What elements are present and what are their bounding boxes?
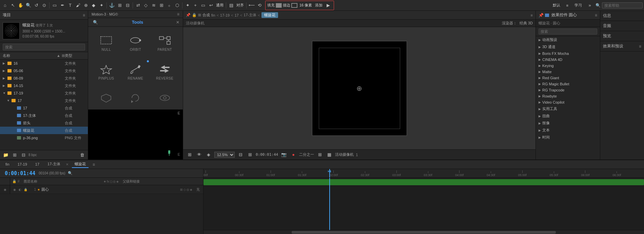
lock-layer-icon[interactable]: 🔒 [23, 187, 28, 192]
fill-swatch[interactable] [276, 3, 282, 8]
effect-category-matte[interactable]: ▶ Matte [536, 69, 600, 75]
cam2-icon[interactable]: ⚓ [108, 2, 116, 9]
undo-icon[interactable]: ↩ [207, 2, 215, 9]
search-input[interactable] [602, 2, 643, 8]
comp-menu-icon[interactable]: ≡ [531, 13, 533, 17]
learn-mode-btn[interactable]: 学习 [572, 2, 584, 8]
default-mode-btn[interactable]: 默认 [551, 2, 562, 8]
effect-category-keying[interactable]: ▶ Keying [536, 63, 600, 69]
tool2-icon[interactable]: ⬦ [165, 2, 173, 9]
info-section-info[interactable]: 信息 [600, 11, 644, 21]
keyframe-icon[interactable]: ◇ [142, 2, 150, 9]
tool-extra-3[interactable] [150, 88, 179, 109]
effect-category-utils[interactable]: ▶ 实用工具 [536, 105, 600, 112]
grid-icon[interactable]: ⊞ [62, 54, 65, 58]
zoom-icon[interactable]: 🔍 [25, 2, 32, 9]
grid-view-icon[interactable]: ⊞ [246, 151, 254, 158]
effect-category-boris[interactable]: ▶ Boris FX Mocha [536, 50, 600, 57]
breadcrumb-main[interactable]: 17-主体 [243, 13, 256, 18]
comp-viewport[interactable]: ⊕ [183, 27, 535, 149]
breadcrumb-active[interactable]: 螺旋花 [261, 12, 278, 18]
rotate-icon[interactable]: ↺ [33, 2, 40, 9]
project-search-input[interactable] [3, 44, 85, 50]
effect-category-rowbyte[interactable]: ▶ Rowbyte [536, 93, 600, 99]
list-item[interactable]: ▶ 14-15 文件夹 [0, 82, 88, 89]
new-folder-icon[interactable]: 📁 [2, 151, 9, 159]
list-item[interactable]: p-36.png PNG 文件 [0, 134, 88, 142]
puppet-icon[interactable]: ✦ [98, 2, 105, 9]
tab-spiral[interactable]: 螺旋花 [72, 161, 89, 168]
comp-display-icon[interactable]: ⊞ [186, 151, 193, 158]
prop-icon-2[interactable]: ◇ [183, 188, 186, 191]
zoom-select[interactable]: 12.5% [214, 152, 235, 158]
timeline-scroll-area[interactable] [203, 230, 644, 234]
add-icon[interactable]: ▶ [325, 2, 332, 9]
breadcrumb-17[interactable]: 17 [235, 13, 239, 17]
project-menu-icon[interactable]: ≡ [83, 13, 85, 18]
brush-icon[interactable]: 🖌 [74, 2, 82, 9]
effects-menu-icon[interactable]: ≡ [595, 13, 597, 18]
effect-category-redgiant[interactable]: ▶ Red Giant [536, 75, 600, 81]
list-item[interactable]: ▼ 17 文件夹 [0, 97, 88, 104]
tab-main[interactable]: 17-主体 [45, 161, 63, 168]
plus-icon[interactable]: + [192, 2, 199, 9]
motion-menu-icon[interactable]: ≡ [177, 12, 179, 17]
effect-category-distort[interactable]: ▶ 扭曲 [536, 112, 600, 120]
grid-icon-2[interactable]: ▦ [326, 151, 333, 158]
camera-icon[interactable]: ⊙ [40, 2, 48, 9]
home-icon[interactable]: ⌂ [1, 2, 9, 9]
sort-icon[interactable]: ▲ [57, 54, 60, 58]
solo-icon[interactable]: ◐ [18, 187, 22, 192]
comp-icon[interactable]: ✦ [184, 2, 191, 9]
breadcrumb-1719[interactable]: 17-19 [220, 13, 230, 17]
pin-bottom-icon[interactable] [166, 150, 173, 157]
effect-category-animation[interactable]: ▶ 动画预设 [536, 36, 600, 43]
info-section-preview[interactable]: 预览 [600, 31, 644, 41]
list-item[interactable]: 17 合成 [0, 104, 88, 112]
list-item[interactable]: ▼ 17-19 文件夹 [0, 89, 88, 97]
align-icon[interactable]: ⊞ [158, 2, 165, 9]
pinplus-tool[interactable]: PINPLUS [92, 59, 121, 84]
tab-1719[interactable]: 17-19 [15, 162, 30, 168]
reverse-tool[interactable]: REVERSE [150, 59, 179, 84]
transform-icon[interactable]: ⇄ [134, 2, 142, 9]
info-section-audio[interactable]: 音频 [600, 21, 644, 31]
stamp-icon[interactable]: ⊕ [82, 2, 90, 9]
motion2-icon[interactable]: ⟲ [256, 2, 263, 9]
rename-tool[interactable]: RENAME [121, 59, 150, 84]
quality-icon[interactable]: ⊞ [316, 151, 324, 158]
list-item[interactable]: ▶ 16 文件夹 [0, 60, 88, 67]
tool-extra-2[interactable] [121, 88, 150, 109]
list-item[interactable]: 17-主体 合成 [0, 112, 88, 119]
camera-snap-icon[interactable]: 📷 [280, 151, 288, 158]
playhead-ruler[interactable] [329, 169, 330, 177]
breadcrumb-fin[interactable]: fin [211, 13, 215, 17]
list-item[interactable]: 箭头 合成 [0, 119, 88, 127]
prop-icon-1[interactable]: ⊞ [180, 188, 183, 191]
tools-close-btn[interactable]: ✕ [176, 20, 179, 25]
prop-icon-4[interactable]: ◈ [190, 188, 192, 191]
effect-category-text[interactable]: ▶ 文本 [536, 127, 600, 134]
search-layers-icon[interactable]: 🔍 [67, 170, 74, 177]
effect-category-cinema[interactable]: ▶ CINEMA 4D [536, 57, 600, 63]
prop-icon-3[interactable]: ◎ [187, 188, 189, 191]
comp-overlay-icon[interactable]: ◈ [205, 151, 212, 158]
null-tool[interactable]: NULL [92, 30, 121, 56]
fit-icon[interactable]: ⊟ [237, 151, 244, 158]
orbit-tool[interactable]: ORBIT [121, 30, 150, 56]
tab-fin[interactable]: fin [3, 162, 12, 168]
info-section-effects[interactable]: 效果和预设 ≡ [600, 41, 644, 51]
effect-category-rg-trap[interactable]: ▶ RG Trapcode [536, 87, 600, 93]
trash-icon[interactable]: 🗑 [78, 151, 86, 159]
eye-toggle-icon[interactable]: ◉ [12, 187, 17, 192]
rect-icon[interactable]: ▭ [51, 2, 58, 9]
playhead[interactable] [329, 178, 330, 230]
effect-category-video-copilot[interactable]: ▶ Video Copilot [536, 99, 600, 105]
motion-icon[interactable]: ⟵ [248, 2, 255, 9]
tab-close-icon[interactable]: ✕ [66, 163, 69, 166]
layer-row[interactable]: ◉ ◐ 🔒 1 ★ 圆心 ⊞ ◇ ◎ ◈ [10, 185, 203, 194]
effects-preset-menu[interactable]: ≡ [639, 44, 641, 49]
stroke-swatch[interactable] [291, 3, 297, 8]
track-icon[interactable]: ⊞ [116, 2, 123, 9]
effect-category-time[interactable]: ▶ 时间 [536, 134, 600, 141]
